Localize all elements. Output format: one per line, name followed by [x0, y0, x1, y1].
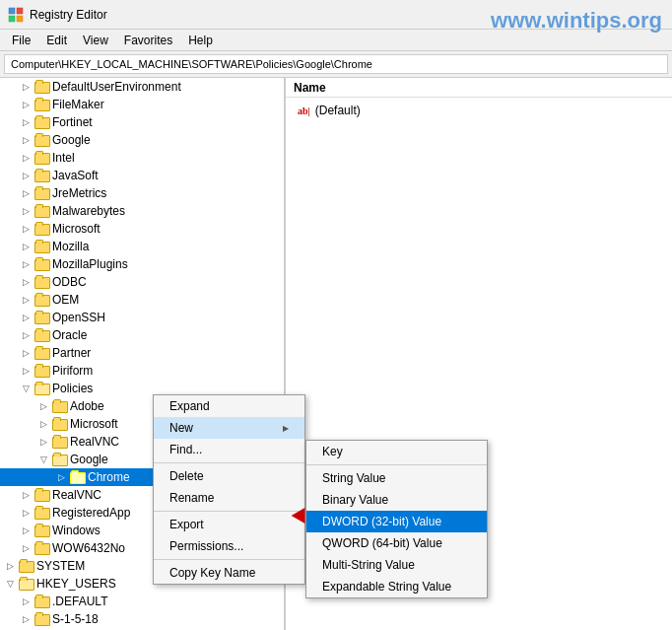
ctx-sep-2: [154, 511, 304, 512]
expander: ▷: [18, 596, 34, 606]
expander: ▷: [18, 206, 34, 216]
folder-icon: [51, 399, 67, 413]
ctx-sep-1: [154, 462, 304, 463]
menu-file[interactable]: File: [4, 32, 38, 49]
tree-label: RegisteredApp: [52, 506, 130, 520]
ctx-delete[interactable]: Delete: [154, 465, 304, 487]
tree-item-jremetrics[interactable]: ▷ JreMetrics: [0, 184, 284, 202]
tree-label: ODBC: [52, 275, 87, 289]
tree-item-partner[interactable]: ▷ Partner: [0, 344, 284, 362]
submenu-key[interactable]: Key: [306, 441, 487, 462]
expander: ▷: [18, 330, 34, 340]
folder-icon: [34, 186, 49, 200]
tree-label: WOW6432No: [52, 541, 125, 555]
submenu: Key String Value Binary Value DWORD (32-…: [305, 440, 488, 598]
submenu-qword-value[interactable]: QWORD (64-bit) Value: [306, 532, 487, 554]
folder-icon: [69, 470, 85, 484]
expander: ▷: [18, 242, 34, 251]
folder-icon: [34, 612, 49, 626]
expander: ▷: [18, 171, 34, 180]
folder-icon: [34, 346, 49, 360]
folder-icon: [34, 80, 49, 94]
ctx-find[interactable]: Find...: [154, 439, 304, 460]
expander: ▷: [35, 437, 51, 447]
menu-view[interactable]: View: [75, 32, 116, 49]
tree-item-google[interactable]: ▷ Google: [0, 131, 284, 149]
tree-item-fortinet[interactable]: ▷ Fortinet: [0, 113, 284, 131]
tree-item-s1518[interactable]: ▷ S-1-5-18: [0, 610, 284, 628]
ctx-rename[interactable]: Rename: [154, 487, 304, 509]
tree-item-mozillaplugins[interactable]: ▷ MozillaPlugins: [0, 255, 284, 273]
expander: ▷: [18, 82, 34, 92]
folder-icon: [51, 435, 67, 449]
folder-icon: [34, 222, 49, 236]
expander: ▷: [18, 135, 34, 145]
tree-item-openssh[interactable]: ▷ OpenSSH: [0, 309, 284, 326]
expander: ▷: [18, 348, 34, 358]
expander: ▽: [18, 384, 34, 393]
expander: ▷: [18, 614, 34, 624]
expander: ▷: [18, 100, 34, 109]
folder-icon: [34, 382, 49, 395]
tree-item-piriform[interactable]: ▷ Piriform: [0, 362, 284, 380]
tree-item-default[interactable]: ▷ .DEFAULT: [0, 593, 284, 610]
ctx-new[interactable]: New: [154, 417, 304, 439]
submenu-dword-value[interactable]: DWORD (32-bit) Value: [306, 511, 487, 532]
folder-icon: [18, 577, 34, 591]
ctx-permissions[interactable]: Permissions...: [154, 535, 304, 557]
registry-entry-default[interactable]: ab| (Default): [294, 102, 664, 119]
tree-label: Microsoft: [52, 222, 101, 236]
address-bar: Computer\HKEY_LOCAL_MACHINE\SOFTWARE\Pol…: [4, 54, 668, 74]
ctx-copy-key-name[interactable]: Copy Key Name: [154, 562, 304, 584]
folder-icon: [51, 453, 67, 466]
submenu-string-value[interactable]: String Value: [306, 467, 487, 489]
tree-item-javasoft[interactable]: ▷ JavaSoft: [0, 167, 284, 184]
tree-label: HKEY_USERS: [36, 577, 116, 591]
expander: ▷: [18, 525, 34, 535]
tree-label: SYSTEM: [36, 559, 85, 573]
tree-item-mozilla[interactable]: ▷ Mozilla: [0, 238, 284, 255]
tree-label: JreMetrics: [52, 186, 106, 200]
folder-icon: [51, 417, 67, 431]
tree-item-filemaker[interactable]: ▷ FileMaker: [0, 96, 284, 113]
tree-item-oracle[interactable]: ▷ Oracle: [0, 326, 284, 344]
tree-label: MozillaPlugins: [52, 257, 128, 271]
folder-icon: [34, 293, 49, 307]
menu-edit[interactable]: Edit: [38, 32, 75, 49]
title-bar: Registry Editor www.wintips.org: [0, 0, 672, 30]
submenu-multi-string-value[interactable]: Multi-String Value: [306, 554, 487, 576]
right-content: ab| (Default): [286, 98, 672, 123]
folder-icon: [34, 115, 49, 129]
tree-item-defaultuserenvironment[interactable]: ▷ DefaultUserEnvironment: [0, 78, 284, 96]
tree-item-oem[interactable]: ▷ OEM: [0, 291, 284, 309]
expander: ▷: [18, 313, 34, 322]
tree-label: Chrome: [88, 470, 130, 484]
watermark: www.wintips.org: [491, 8, 662, 34]
expander: ▷: [18, 259, 34, 269]
ctx-expand[interactable]: Expand: [154, 395, 304, 417]
expander: ▽: [35, 455, 51, 464]
ctx-sep-3: [154, 559, 304, 560]
folder-icon: [34, 541, 49, 555]
folder-icon: [34, 364, 49, 378]
expander: ▷: [18, 508, 34, 518]
submenu-expandable-string-value[interactable]: Expandable String Value: [306, 576, 487, 597]
right-header: Name: [286, 78, 672, 98]
expander: ▷: [18, 188, 34, 198]
folder-icon: [34, 169, 49, 182]
menu-favorites[interactable]: Favorites: [116, 32, 180, 49]
folder-icon: [34, 151, 49, 165]
submenu-binary-value[interactable]: Binary Value: [306, 489, 487, 511]
svg-rect-3: [17, 16, 23, 22]
folder-icon: [34, 311, 49, 324]
tree-label: Piriform: [52, 364, 93, 378]
tree-item-microsoft[interactable]: ▷ Microsoft: [0, 220, 284, 238]
tree-item-malwarebytes[interactable]: ▷ Malwarebytes: [0, 202, 284, 220]
menu-help[interactable]: Help: [180, 32, 221, 49]
ctx-export[interactable]: Export: [154, 514, 304, 535]
tree-item-intel[interactable]: ▷ Intel: [0, 149, 284, 167]
tree-item-odbc[interactable]: ▷ ODBC: [0, 273, 284, 291]
tree-label: Oracle: [52, 328, 87, 342]
folder-icon: [34, 257, 49, 271]
folder-icon: [18, 559, 34, 573]
